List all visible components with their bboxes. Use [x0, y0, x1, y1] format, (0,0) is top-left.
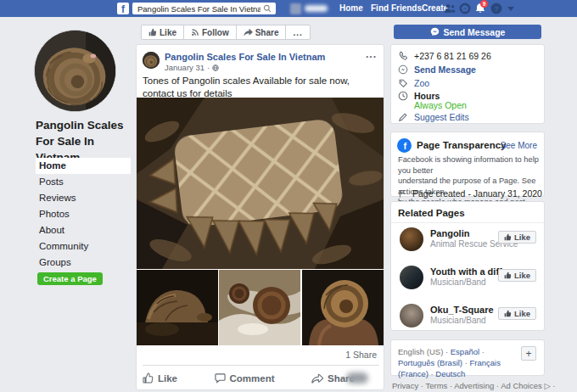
related-page-avatar[interactable]	[400, 304, 423, 328]
flag-icon	[398, 189, 407, 199]
related-page-avatar[interactable]	[400, 227, 423, 251]
nav-find-friends-link[interactable]: Find Friends	[371, 0, 422, 17]
blurred-element	[346, 372, 368, 384]
related-page-row: Oku_T-Square Musician/Band Like	[391, 301, 544, 335]
language-option[interactable]: Deutsch	[435, 369, 465, 378]
page-created-row: Page created - January 31, 2020	[398, 188, 542, 199]
language-card: English (US)EspañolPortuguês (Brasil)Fra…	[390, 339, 545, 376]
related-page-avatar[interactable]	[400, 266, 423, 289]
comment-bubble-icon	[215, 372, 226, 384]
thumbs-up-icon	[504, 233, 512, 241]
search-icon[interactable]	[263, 4, 272, 13]
like-page-button[interactable]: Like	[142, 25, 184, 39]
related-like-button[interactable]: Like	[498, 269, 536, 282]
related-page-name[interactable]: Oku_T-Square	[430, 305, 494, 315]
globe-privacy-icon	[212, 64, 219, 71]
language-current[interactable]: English (US)	[398, 347, 451, 356]
related-pages-card: Related Pages Pangolin Animal Rescue Ser…	[390, 201, 545, 331]
help-icon[interactable]: ?	[490, 3, 502, 14]
top-navbar: f Home Find Friends Create 9 ?	[0, 0, 577, 17]
related-page-name[interactable]: Pangolin	[430, 228, 469, 238]
profile-avatar-blurred[interactable]	[290, 3, 301, 14]
post-photo-main[interactable]	[137, 98, 384, 269]
post-photo-thumb-3[interactable]	[302, 270, 384, 345]
notification-badge: 9	[480, 0, 488, 8]
category-row[interactable]: Zoo	[398, 78, 429, 88]
sidebar-item-groups[interactable]: Groups	[36, 255, 131, 271]
friend-requests-icon[interactable]	[444, 3, 456, 14]
post-comment-button[interactable]: Comment	[215, 372, 275, 384]
messenger-icon[interactable]	[459, 3, 471, 14]
post-photo-thumb-2[interactable]	[219, 270, 300, 345]
related-page-row: Youth with a difference Musician/Band Li…	[391, 263, 544, 297]
more-actions-button[interactable]: ...	[286, 25, 309, 39]
send-message-button[interactable]: Send Message	[394, 25, 541, 39]
page-info-card: +237 6 81 21 69 26 Send Message Zoo Hour…	[390, 44, 545, 124]
related-page-row: Pangolin Animal Rescue Service Like	[391, 225, 544, 259]
language-option[interactable]: Español	[451, 347, 485, 356]
footer-adchoices-link[interactable]: Ad Choices ▷	[501, 381, 555, 390]
follow-feed-icon	[191, 28, 199, 36]
category-tag-icon	[398, 78, 408, 88]
svg-text:f: f	[404, 141, 407, 151]
suggest-edits-row[interactable]: Suggest Edits	[398, 112, 469, 122]
create-page-button[interactable]: Create a Page	[37, 272, 103, 285]
transparency-title: Page Transparency	[417, 140, 506, 150]
search-input[interactable]	[132, 3, 276, 14]
related-page-category: Musician/Band	[430, 316, 486, 325]
sidebar-item-posts[interactable]: Posts	[36, 174, 131, 190]
clock-icon	[398, 91, 408, 101]
page-action-bar: Like Follow Share ...	[141, 25, 311, 40]
post-options-button[interactable]: ...	[366, 48, 377, 60]
thumbs-up-icon	[504, 272, 512, 279]
footer-privacy-link[interactable]: Privacy	[392, 381, 425, 390]
thumbs-up-icon	[148, 28, 157, 36]
thumbs-up-icon	[504, 310, 512, 317]
share-count[interactable]: 1 Share	[345, 350, 377, 360]
add-language-button[interactable]: +	[521, 346, 536, 361]
svg-text:?: ?	[495, 5, 499, 13]
sidebar-item-about[interactable]: About	[36, 222, 131, 238]
sidebar-item-reviews[interactable]: Reviews	[36, 190, 131, 206]
sidebar-item-home[interactable]: Home	[36, 158, 131, 174]
facebook-logo-icon[interactable]: f	[117, 3, 129, 14]
page-transparency-card: f Page Transparency See More Facebook is…	[390, 132, 545, 197]
thumbs-up-outline-icon	[143, 372, 154, 384]
related-like-button[interactable]: Like	[498, 231, 536, 244]
phone-row[interactable]: +237 6 81 21 69 26	[398, 51, 491, 61]
post-photo-thumb-1[interactable]	[137, 270, 218, 345]
related-like-button[interactable]: Like	[498, 307, 536, 320]
page-nav: Home Posts Reviews Photos About Communit…	[36, 158, 131, 271]
post-timestamp[interactable]: January 31·	[165, 63, 219, 72]
follow-page-button[interactable]: Follow	[184, 25, 237, 39]
language-option[interactable]: Português (Brasil)	[398, 358, 469, 367]
share-page-button[interactable]: Share	[237, 25, 287, 39]
account-menu-caret-icon[interactable]	[507, 7, 514, 11]
site-footer-links: PrivacyTermsAdvertisingAd Choices ▷	[392, 381, 556, 390]
send-message-row[interactable]: Send Message	[398, 64, 476, 75]
see-more-link[interactable]: See More	[501, 141, 537, 150]
sidebar-item-community[interactable]: Community	[36, 238, 131, 255]
share-arrow-icon	[244, 28, 253, 36]
share-arrow-outline-icon	[311, 373, 323, 384]
post-author-avatar[interactable]	[143, 52, 160, 69]
messenger-bolt-icon	[430, 27, 440, 36]
language-options: English (US)EspañolPortuguês (Brasil)Fra…	[398, 346, 518, 379]
messenger-small-icon	[398, 64, 408, 75]
divider	[391, 222, 544, 223]
footer-terms-link[interactable]: Terms	[425, 381, 454, 390]
post-author-name[interactable]: Pangolin Scales For Sale In Vietnam	[165, 52, 325, 62]
nav-home-link[interactable]: Home	[339, 0, 363, 17]
related-page-category: Musician/Band	[430, 277, 486, 287]
phone-icon	[398, 51, 408, 61]
post-like-button[interactable]: Like	[143, 372, 177, 384]
facebook-circle-icon: f	[397, 138, 412, 153]
sidebar-item-photos[interactable]: Photos	[36, 206, 131, 222]
footer-advertising-link[interactable]: Advertising	[454, 381, 501, 390]
page-profile-photo[interactable]	[34, 30, 116, 112]
related-pages-title: Related Pages	[398, 208, 465, 218]
post-card: Pangolin Scales For Sale In Vietnam Janu…	[136, 44, 384, 390]
post-footer-actions: Like Comment Share	[143, 366, 355, 390]
pencil-icon	[398, 112, 408, 122]
profile-name-blurred[interactable]	[305, 5, 328, 12]
